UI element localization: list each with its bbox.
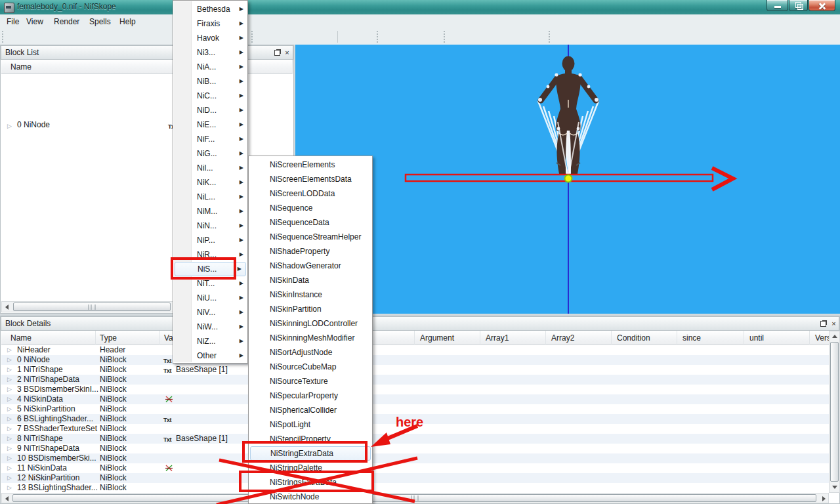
expander-icon[interactable]: ▷ — [7, 453, 12, 463]
table-row-12-niskinpartition[interactable]: ▷12 NiSkinPartitionNiBlock — [1, 473, 829, 483]
menu-item-niv[interactable]: NiV...▶ — [173, 305, 247, 320]
menu-item-bethesda[interactable]: Bethesda▶ — [173, 2, 247, 16]
toolbar-grip[interactable] — [2, 31, 3, 43]
expander-icon[interactable]: ▷ — [7, 414, 12, 424]
submenu-item-nisourcecubemap[interactable]: NiSourceCubeMap — [249, 360, 372, 374]
menu-item-nim[interactable]: NiM...▶ — [173, 204, 247, 219]
close-panel-icon[interactable]: × — [830, 320, 837, 327]
menu-item-nit[interactable]: NiT...▶ — [173, 276, 247, 291]
scroll-left-icon[interactable] — [5, 496, 9, 501]
menu-item-nir[interactable]: NiR...▶ — [173, 247, 247, 262]
menu-view[interactable]: View — [22, 14, 47, 29]
submenu-item-nistencilproperty[interactable]: NiStencilProperty — [249, 432, 372, 446]
table-row-11-niskindata[interactable]: ▷11 NiSkinDataNiBlock — [1, 463, 829, 473]
table-row-niheader[interactable]: ▷NiHeaderHeader — [1, 345, 829, 355]
submenu-item-nisequencestreamhelper[interactable]: NiSequenceStreamHelper — [249, 230, 372, 244]
scroll-thumb[interactable] — [12, 494, 816, 502]
submenu-item-niscreenelements[interactable]: NiScreenElements — [249, 158, 372, 172]
expander-icon[interactable]: ▷ — [7, 121, 12, 131]
column-condition[interactable]: Condition — [612, 331, 677, 345]
restore-button[interactable] — [789, 0, 808, 11]
toolbar-grip[interactable] — [444, 31, 445, 43]
close-button[interactable] — [808, 0, 835, 11]
float-panel-icon[interactable] — [820, 321, 826, 327]
block-details-vscrollbar[interactable] — [829, 331, 840, 493]
menu-render[interactable]: Render — [50, 14, 83, 29]
scroll-up-icon[interactable] — [832, 335, 837, 338]
expander-icon[interactable]: ▷ — [7, 444, 12, 453]
toolbar-grip[interactable] — [251, 31, 253, 43]
column-argument[interactable]: Argument — [415, 331, 480, 345]
close-panel-icon[interactable]: × — [284, 49, 291, 56]
render-viewport[interactable] — [295, 45, 840, 314]
submenu-item-nisortadjustnode[interactable]: NiSortAdjustNode — [249, 345, 372, 360]
column-name[interactable]: Name — [1, 60, 293, 74]
submenu-item-nispecularproperty[interactable]: NiSpecularProperty — [249, 388, 372, 403]
submenu-item-niscreenelementsdata[interactable]: NiScreenElementsData — [249, 172, 372, 186]
table-row-0-ninode[interactable]: ▷0 NiNodeNiBlockTxt — [1, 355, 829, 365]
expander-icon[interactable]: ▷ — [7, 365, 12, 375]
expander-icon[interactable]: ▷ — [7, 424, 12, 434]
expander-icon[interactable]: ▷ — [7, 404, 12, 414]
tree-row-ninode[interactable]: ▷ 0 NiNode Txt — [1, 119, 293, 130]
block-details-hscrollbar[interactable] — [1, 493, 829, 503]
submenu-item-niswitchnode[interactable]: NiSwitchNode — [249, 490, 372, 504]
column-array1[interactable]: Array1 — [480, 331, 546, 345]
menu-item-havok[interactable]: Havok▶ — [173, 31, 247, 45]
menu-item-nie[interactable]: NiE...▶ — [173, 117, 247, 132]
submenu-item-niskinninglodcontroller[interactable]: NiSkinningLODController — [249, 316, 372, 331]
scroll-thumb[interactable] — [830, 342, 839, 482]
scroll-down-icon[interactable] — [832, 486, 837, 489]
toolbar-grip[interactable] — [549, 31, 550, 43]
menu-item-nis[interactable]: NiS...▶ — [175, 262, 246, 276]
expander-icon[interactable]: ▷ — [7, 463, 12, 473]
expander-icon[interactable]: ▷ — [7, 355, 12, 365]
submenu-item-nisourcetexture[interactable]: NiSourceTexture — [249, 374, 372, 388]
scroll-right-icon[interactable] — [822, 496, 826, 501]
column-array2[interactable]: Array2 — [546, 331, 612, 345]
menu-item-nil[interactable]: NiL...▶ — [173, 190, 247, 204]
scroll-thumb[interactable] — [13, 303, 171, 311]
table-row-5-niskinpartition[interactable]: ▷5 NiSkinPartitionNiBlock — [1, 404, 829, 414]
table-row-9-nitrishapedata[interactable]: ▷9 NiTriShapeDataNiBlock — [1, 444, 829, 453]
expander-icon[interactable]: ▷ — [7, 385, 12, 394]
submenu-item-nisphericalcollider[interactable]: NiSphericalCollider — [249, 403, 372, 417]
column-since[interactable]: since — [677, 331, 744, 345]
menu-item-nid[interactable]: NiD...▶ — [173, 103, 247, 117]
menu-spells[interactable]: Spells — [85, 14, 115, 29]
table-row-2-nitrishapedata[interactable]: ▷2 NiTriShapeDataNiBlock — [1, 375, 829, 385]
submenu-item-nispotlight[interactable]: NiSpotLight — [249, 417, 372, 432]
table-row-10-bsdismemberski[interactable]: ▷10 BSDismemberSki...NiBlock — [1, 453, 829, 463]
minimize-button[interactable] — [766, 0, 788, 11]
column-version[interactable]: Version — [810, 331, 829, 345]
menu-item-niw[interactable]: NiW...▶ — [173, 320, 247, 334]
table-row-8-nitrishape[interactable]: ▷8 NiTriShapeNiBlockTxtBaseShape [1] — [1, 434, 829, 444]
menu-item-ni3[interactable]: Ni3...▶ — [173, 45, 247, 60]
table-row-4-niskindata[interactable]: ▷4 NiSkinDataNiBlock — [1, 394, 829, 404]
menu-item-nia[interactable]: NiA...▶ — [173, 60, 247, 74]
menu-help[interactable]: Help — [116, 14, 140, 29]
menu-file[interactable]: File — [3, 14, 23, 29]
expander-icon[interactable]: ▷ — [7, 394, 12, 404]
menu-item-nip[interactable]: NiP...▶ — [173, 233, 247, 247]
submenu-item-niskininstance[interactable]: NiSkinInstance — [249, 287, 372, 302]
menu-item-firaxis[interactable]: Firaxis▶ — [173, 16, 247, 31]
submenu-item-niskinpartition[interactable]: NiSkinPartition — [249, 302, 372, 316]
column-until[interactable]: until — [744, 331, 810, 345]
table-row-1-nitrishape[interactable]: ▷1 NiTriShapeNiBlockTxtBaseShape [1] — [1, 365, 829, 375]
submenu-item-nisequence[interactable]: NiSequence — [249, 201, 372, 215]
submenu-item-niskindata[interactable]: NiSkinData — [249, 273, 372, 287]
expander-icon[interactable]: ▷ — [7, 483, 12, 493]
title-bar[interactable]: femalebody_0.nif - NifSkope — [0, 0, 840, 14]
submenu-item-nistringpalette[interactable]: NiStringPalette — [249, 461, 372, 475]
menu-item-nif[interactable]: NiF...▶ — [173, 132, 247, 146]
expander-icon[interactable]: ▷ — [7, 345, 12, 355]
scroll-left-icon[interactable] — [5, 304, 9, 310]
menu-item-other[interactable]: Other▶ — [173, 348, 247, 363]
table-row-7-bsshadertextureset[interactable]: ▷7 BSShaderTextureSetNiBlock — [1, 424, 829, 434]
submenu-item-niscreenloddata[interactable]: NiScreenLODData — [249, 186, 372, 201]
menu-item-nig[interactable]: NiG...▶ — [173, 146, 247, 161]
menu-item-nic[interactable]: NiC...▶ — [173, 89, 247, 103]
table-row-13-bslightingshader[interactable]: ▷13 BSLightingShader...NiBlock — [1, 483, 829, 493]
expander-icon[interactable]: ▷ — [7, 434, 12, 444]
